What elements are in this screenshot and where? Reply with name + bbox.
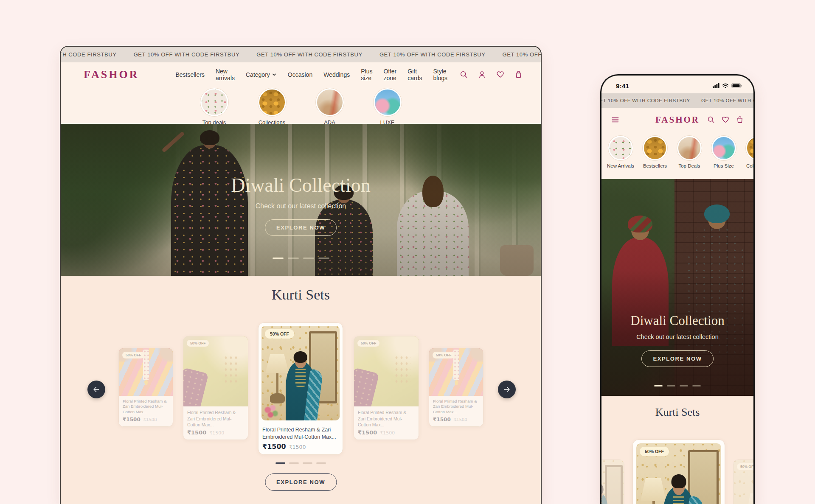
carousel-dot[interactable] [680,385,688,386]
category-collections[interactable]: Collections [744,136,753,179]
carousel-dot[interactable] [288,258,299,259]
hero-subtitle: Check out our latest collection [256,202,346,210]
carousel-dot[interactable] [289,462,299,464]
product-card[interactable]: 50% OFF Floral Printed Resham & Zari Emb… [429,348,483,427]
category-plus-size[interactable]: Plus Size [710,136,738,179]
category-luxe[interactable]: LUXE [369,88,406,124]
category-thumb-image [643,136,667,160]
explore-now-button[interactable]: EXPLORE NOW [265,473,337,491]
product-price: ₹1500 [433,417,451,423]
promo-text: GET 10% OFF WITH CODE FIRSTBUY [256,51,363,58]
nav-item-category[interactable]: Category [246,71,277,78]
product-old-price: ₹1500 [380,430,395,436]
nav-item-style-blogs[interactable]: Style blogs [433,68,447,81]
wishlist-heart-icon[interactable] [721,115,730,124]
hamburger-menu-icon[interactable] [611,115,620,124]
category-new-arrivals[interactable]: New Arrivals [607,136,635,179]
cart-bag-icon[interactable] [514,70,523,79]
nav-item-gift-cards[interactable]: Gift cards [408,68,422,81]
product-card[interactable]: 50% OFF Floral Printed Resham & Zari Emb… [183,336,248,440]
category-circles-row: New Arrivals Bestsellers Top Deals Plus … [601,132,753,179]
hero-title: Diwali Collection [231,174,370,196]
discount-badge: 50% OFF [640,447,669,456]
mobile-navbar: FASHOR [601,108,753,132]
discount-badge: 50% OFF [433,352,455,358]
category-bestsellers[interactable]: Bestsellers [641,136,669,179]
hero-carousel-dots [601,385,753,386]
product-image [600,460,624,504]
category-thumb-image [746,136,753,160]
product-card[interactable]: 50% OFF Floral Printed Resham & Zari Emb… [118,348,173,427]
product-card-featured[interactable]: 50% OFF Floral Printed Resham & Zari Emb… [258,322,343,455]
product-card-featured[interactable]: 50% OFF [632,440,725,504]
account-icon[interactable] [478,70,486,79]
carousel-dot[interactable] [275,462,285,464]
carousel-dot[interactable] [273,258,284,259]
category-thumb-image [711,136,736,160]
mobile-phone-frame: 9:41 GET 10% OFF WITH CODE FIRSTBUY GET … [600,74,755,504]
category-top-deals[interactable]: Top Deals [675,136,703,179]
product-image: 50% OFF [636,443,721,504]
carousel-dot[interactable] [654,385,663,386]
nav-item-offer-zone[interactable]: Offer zone [383,68,396,81]
chevron-down-icon [272,72,277,77]
nav-item-label: Category [246,71,270,78]
category-ada[interactable]: ADA [312,88,348,124]
product-image: 50% OFF [261,326,340,420]
product-price: ₹1500 [358,429,377,436]
product-title: Floral Printed Resham & Zari Embroidered… [433,399,479,415]
battery-icon [731,83,742,88]
nav-icon-group [707,115,744,124]
nav-item-bestsellers[interactable]: Bestsellers [175,71,204,78]
discount-badge: 50% OFF [265,329,294,339]
fashor-logo[interactable]: FASHOR [655,115,700,125]
carousel-prev-button[interactable] [87,381,105,398]
wifi-icon [722,83,729,88]
search-icon[interactable] [707,115,715,124]
product-carousel-dots [61,462,541,464]
carousel-dot[interactable] [303,258,314,259]
category-thumb-image [258,88,286,116]
category-label: Bestsellers [643,163,667,168]
product-title: Floral Printed Resham & Zari Embroidered… [262,426,339,441]
promo-text: GET 10% OFF WITH CODE FIRSTBUY [503,51,541,58]
product-old-price: ₹1500 [454,417,467,422]
product-title: Floral Printed Resham & Zari Embroidered… [187,409,244,428]
product-image: 50% OFF [354,336,419,406]
cart-bag-icon[interactable] [736,115,744,124]
product-card[interactable]: 50% OFF [733,459,755,504]
category-collections[interactable]: Collections [254,88,290,124]
fashor-logo[interactable]: FASHOR [84,68,139,81]
carousel-dot[interactable] [303,462,312,464]
product-price: ₹1500 [262,442,286,451]
explore-now-button[interactable]: EXPLORE NOW [641,350,713,367]
hero-carousel-dots [61,258,541,259]
carousel-dot[interactable] [318,258,329,259]
product-card[interactable]: 50% OFF Floral Printed Resham & Zari Emb… [354,336,419,440]
nav-item-weddings[interactable]: Weddings [323,71,350,78]
nav-item-plus-size[interactable]: Plus size [361,68,372,81]
nav-item-occasion[interactable]: Occasion [288,71,312,78]
carousel-next-button[interactable] [498,381,516,398]
main-navbar: FASHOR Bestsellers New arrivals Category… [61,62,541,87]
section-title: Kurti Sets [61,276,541,303]
carousel-dot[interactable] [692,385,701,386]
product-card[interactable] [600,459,624,504]
nav-item-new-arrivals[interactable]: New arrivals [216,68,235,81]
category-label: New Arrivals [607,163,634,168]
promo-text: GET 10% OFF WITH CODE FIRSTBUY [600,98,690,103]
product-title: Floral Printed Resham & Zari Embroidered… [123,399,169,415]
product-image: 50% OFF [183,336,248,406]
explore-now-button[interactable]: EXPLORE NOW [265,219,337,236]
arrow-right-icon [503,385,511,394]
product-price: ₹1500 [123,417,141,423]
carousel-dot[interactable] [667,385,675,386]
category-top-deals[interactable]: Top deals [196,88,233,124]
product-old-price: ₹1500 [289,444,306,450]
promo-text: GET 10% OFF WITH CODE FIRSTBUY [134,51,240,58]
status-time: 9:41 [616,82,629,90]
search-icon[interactable] [459,70,468,79]
phone-status-bar: 9:41 [601,76,753,93]
carousel-dot[interactable] [316,462,326,464]
wishlist-heart-icon[interactable] [496,70,505,79]
